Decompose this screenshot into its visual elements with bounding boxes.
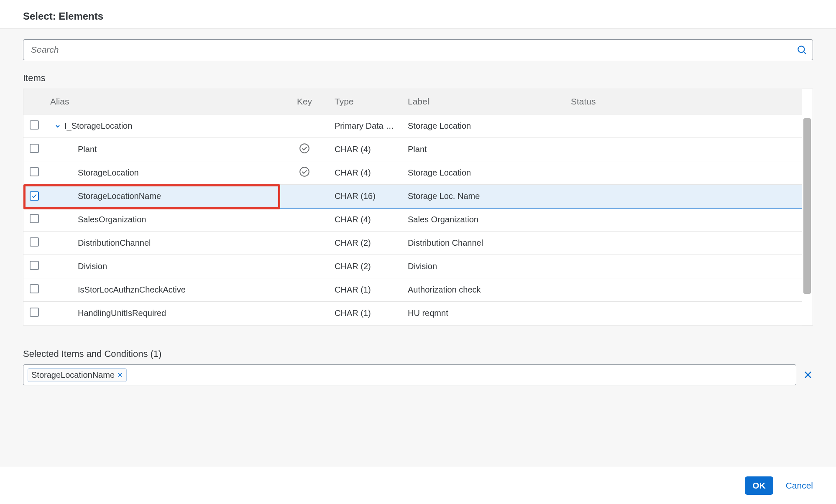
label-cell: Storage Location [403, 115, 566, 138]
key-cell [279, 278, 330, 302]
row-checkbox[interactable] [30, 167, 39, 176]
selected-items-section: Selected Items and Conditions (1) Storag… [23, 349, 813, 385]
key-cell [279, 138, 330, 161]
status-cell [566, 302, 802, 325]
type-cell: CHAR (2) [330, 232, 403, 255]
selected-bar: StorageLocationName [23, 364, 813, 385]
type-cell: CHAR (16) [330, 185, 403, 208]
alias-cell: StorageLocationName [45, 185, 279, 208]
svg-point-0 [798, 46, 804, 52]
row-checkbox[interactable] [30, 120, 39, 130]
ok-button[interactable]: OK [745, 476, 773, 495]
col-header-checkbox [23, 89, 45, 115]
dialog-title: Select: Elements [0, 0, 836, 28]
table-row[interactable]: HandlingUnitIsRequiredCHAR (1)HU reqmnt [23, 302, 802, 325]
row-checkbox-cell [23, 138, 45, 161]
label-cell: Division [403, 255, 566, 278]
col-header-type[interactable]: Type [330, 89, 403, 115]
alias-text: Division [78, 262, 107, 271]
scroll-thumb[interactable] [803, 118, 811, 294]
svg-point-2 [300, 144, 309, 153]
key-cell [279, 208, 330, 232]
row-checkbox-cell [23, 278, 45, 302]
row-checkbox[interactable] [30, 191, 39, 201]
row-checkbox[interactable] [30, 237, 39, 247]
label-cell: Storage Loc. Name [403, 185, 566, 208]
items-table-wrap: Alias Key Type Label Status I_StorageLoc… [23, 89, 813, 326]
scrollbar[interactable] [803, 118, 811, 294]
col-header-alias[interactable]: Alias [45, 89, 279, 115]
row-checkbox-cell [23, 115, 45, 138]
row-checkbox[interactable] [30, 261, 39, 270]
clear-all-icon[interactable] [803, 370, 813, 380]
items-section-title: Items [23, 73, 813, 84]
row-checkbox[interactable] [30, 284, 39, 293]
alias-text: HandlingUnitIsRequired [78, 308, 166, 318]
key-cell [279, 115, 330, 138]
row-checkbox-cell [23, 208, 45, 232]
table-row[interactable]: DivisionCHAR (2)Division [23, 255, 802, 278]
chevron-down-icon[interactable] [54, 123, 61, 130]
key-cell [279, 185, 330, 208]
svg-line-1 [804, 52, 806, 54]
row-checkbox[interactable] [30, 308, 39, 317]
key-check-icon [299, 143, 310, 154]
table-row[interactable]: StorageLocationCHAR (4)Storage Location [23, 161, 802, 185]
table-row[interactable]: I_StorageLocationPrimary Data S...Storag… [23, 115, 802, 138]
items-table: Alias Key Type Label Status I_StorageLoc… [23, 89, 802, 325]
key-check-icon [299, 166, 310, 177]
alias-text: DistributionChannel [78, 238, 151, 248]
status-cell [566, 278, 802, 302]
search-input[interactable] [23, 39, 813, 60]
type-cell: CHAR (4) [330, 161, 403, 185]
type-cell: CHAR (1) [330, 278, 403, 302]
type-cell: CHAR (4) [330, 138, 403, 161]
row-checkbox[interactable] [30, 144, 39, 153]
row-checkbox-cell [23, 185, 45, 208]
type-cell: CHAR (1) [330, 302, 403, 325]
label-cell: Distribution Channel [403, 232, 566, 255]
alias-cell: Plant [45, 138, 279, 161]
alias-text: StorageLocation [78, 168, 139, 178]
table-header-row: Alias Key Type Label Status [23, 89, 802, 115]
alias-cell: SalesOrganization [45, 208, 279, 232]
col-header-key[interactable]: Key [279, 89, 330, 115]
search-field-wrap [23, 39, 813, 60]
alias-text: IsStorLocAuthznCheckActive [78, 285, 186, 295]
table-row[interactable]: DistributionChannelCHAR (2)Distribution … [23, 232, 802, 255]
token-remove-icon[interactable] [117, 372, 123, 378]
label-cell: Storage Location [403, 161, 566, 185]
row-checkbox-cell [23, 255, 45, 278]
row-checkbox[interactable] [30, 214, 39, 223]
table-row[interactable]: StorageLocationNameCHAR (16)Storage Loc.… [23, 185, 802, 208]
key-cell [279, 255, 330, 278]
col-header-status[interactable]: Status [566, 89, 802, 115]
selected-tokens-input[interactable]: StorageLocationName [23, 364, 796, 385]
label-cell: Sales Organization [403, 208, 566, 232]
search-icon[interactable] [796, 44, 807, 55]
status-cell [566, 161, 802, 185]
type-cell: CHAR (2) [330, 255, 403, 278]
row-checkbox-cell [23, 161, 45, 185]
alias-cell: I_StorageLocation [45, 115, 279, 138]
type-cell: CHAR (4) [330, 208, 403, 232]
row-checkbox-cell [23, 232, 45, 255]
alias-text: I_StorageLocation [64, 121, 132, 131]
table-row[interactable]: IsStorLocAuthznCheckActiveCHAR (1)Author… [23, 278, 802, 302]
select-elements-dialog: Select: Elements Items Alias Key Type [0, 0, 836, 504]
table-row[interactable]: PlantCHAR (4)Plant [23, 138, 802, 161]
table-row[interactable]: SalesOrganizationCHAR (4)Sales Organizat… [23, 208, 802, 232]
key-cell [279, 161, 330, 185]
label-cell: HU reqmnt [403, 302, 566, 325]
dialog-content: Items Alias Key Type Label Status I_S [0, 28, 836, 467]
alias-text: SalesOrganization [78, 215, 146, 224]
status-cell [566, 115, 802, 138]
token-label: StorageLocationName [31, 370, 115, 380]
col-header-label[interactable]: Label [403, 89, 566, 115]
alias-cell: StorageLocation [45, 161, 279, 185]
cancel-button[interactable]: Cancel [786, 481, 813, 491]
key-cell [279, 302, 330, 325]
type-cell: Primary Data S... [330, 115, 403, 138]
selected-token[interactable]: StorageLocationName [28, 368, 127, 382]
alias-cell: Division [45, 255, 279, 278]
